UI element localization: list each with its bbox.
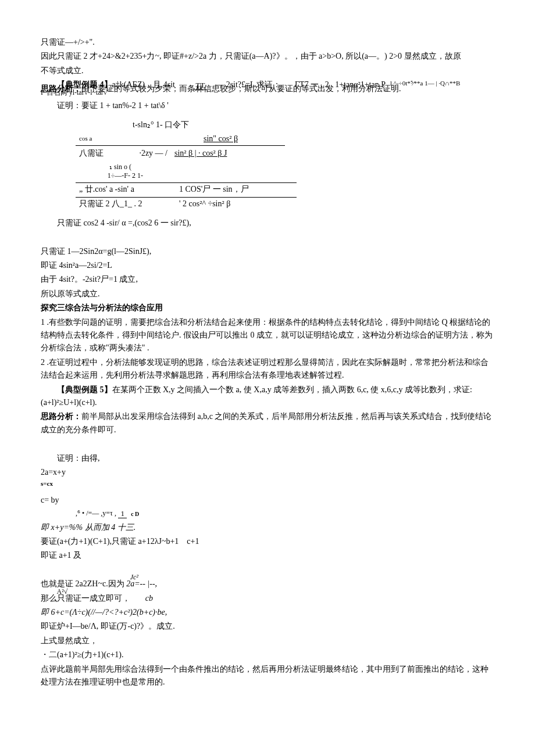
text: 所以原等式成立. [41, 288, 494, 300]
text: 由于 4sit?。-2sit?尸=1 成立, [41, 273, 494, 286]
text: ・二(a+1)²≥(力+1)(c+1). [41, 648, 494, 661]
text: 那么只需证一成立即可， [41, 594, 130, 603]
math-text: ' 2 cos²^ ÷sin² β [176, 198, 234, 210]
text: A²√ [57, 587, 68, 596]
sys-eq: 2a=x+y [41, 466, 494, 479]
text: 只需证—+/>+". [41, 36, 494, 49]
text: 那么只需证一成立即可， A²√ cb [41, 592, 494, 605]
text: 即 6+c=(Λ÷c)(//—/?<?+c²)2(b+c)·be, [41, 606, 494, 619]
sys-eq: c= by [41, 494, 494, 507]
math-block: t-sln₂° 1- 口令下 cos a sin" cos² β 八需证 ·2z… [76, 119, 494, 211]
text: Jc² [130, 573, 138, 581]
text: 1 .有些数学问题的证明，需要把综合法和分析法结合起来使用：根据条件的结构特点去… [41, 316, 494, 355]
text: 也就是证 2a2ZH~c.因为 2a=-- |--, Jc² [41, 578, 494, 590]
text: 2 .在证明过程中，分析法能够发现证明的思路，综合法表述证明过程那么显得简洁，因… [41, 356, 494, 382]
math-text: 1÷—-F- 2 1- [76, 170, 147, 181]
text: cb [145, 594, 153, 603]
section-heading: 探究三综合法与分析法的综合应用 [41, 302, 494, 314]
example-5-label: 【典型例题 5】 [57, 385, 112, 394]
math-text: sin" cos² β [200, 132, 241, 145]
text: c D [129, 511, 141, 517]
text: 即证 a+1 及 [41, 549, 494, 562]
fraction: 1 c D [118, 508, 141, 520]
math-text: cos a [76, 134, 106, 144]
text: 2a=-- |--, [124, 579, 157, 588]
math-text: 八需证 [76, 147, 117, 160]
text: 不等式成立. [41, 65, 494, 77]
analysis-label: 思路分析： [41, 412, 81, 421]
text: 上式显然成立， [41, 635, 494, 647]
math-text: sin² β | · cos² β J [171, 147, 230, 160]
text: 1 [118, 509, 127, 518]
text: 要证(a+(力+1)(C+1),只需证 a+12λJ~b+1 c+1 [41, 535, 494, 548]
sys-eq: s=cx [41, 479, 494, 489]
text: 只需证 1—2Sin2α=g(l—2SinJ£), [41, 245, 494, 258]
text: 前半局部从出发采用综合法得到 a,b,c 之间的关系式，后半局部用分析法反推，然… [41, 412, 491, 433]
text: l.^-÷0t*⁵⁄**a 1— | ·Q∩**B [374, 78, 460, 89]
text: 证明：要证 1 + tan%-2 1 + tat\δ ' [41, 99, 494, 112]
text: 证明：由得, [57, 454, 100, 463]
proof-line: 证明：由得, [41, 452, 494, 465]
text: ΓT7 一 . 2 . 1+tanα²1+tan P [295, 80, 386, 89]
text: 点评此题前半局部先用综合法得到一个由条件推出的结论，然后再用分析法证明最终结论，… [41, 663, 494, 689]
text: 即 x+y=%% 从而加 4 十三. [41, 521, 494, 534]
analysis-line: 思路分析：前半局部从出发采用综合法得到 a,b,c 之间的关系式，后半局部用分析… [41, 410, 494, 436]
text: 因此只需证 2 才+24>&2+235+力~, 即证#+z/>2a 力，只需证(… [41, 50, 494, 63]
text: ,⁶ • /=— ,y=τ , [76, 509, 116, 517]
math-text: t-sln₂° 1- 口令下 [129, 119, 192, 131]
math-text: ·2zy — / [117, 147, 171, 160]
text: 也就是证 2a2ZH~c.因为 [41, 579, 124, 588]
math-text: „ 廿.cos' a -sin' a [76, 183, 176, 196]
example-5-heading: 【典型例题 5】在某两个正数 X,y 之间插入一个数 a, 使 X,a,y 成等… [41, 384, 494, 410]
text: 即证 4sin²a—2si/2=L [41, 259, 494, 272]
math-text: 1 COS'尸 一 sin，尸 [176, 183, 252, 196]
text: 即证炉+I—be/Λ, 即证(万-c)?》。成立. [41, 620, 494, 633]
math-text: 只需证 2 八_1_ . 2 [76, 198, 176, 210]
text: 只需证 cos2 4 -sir/ α =,(cos2 6 一 sir?£), [41, 217, 494, 230]
